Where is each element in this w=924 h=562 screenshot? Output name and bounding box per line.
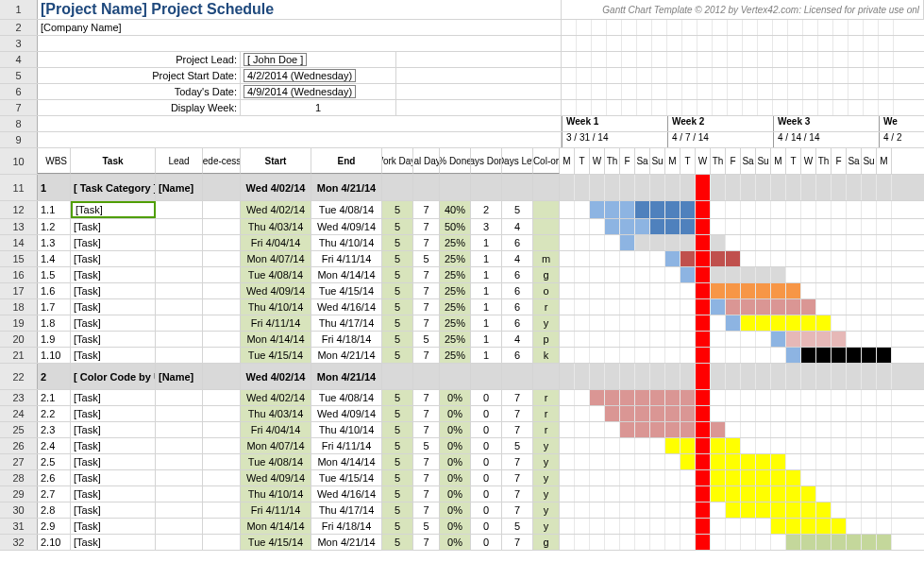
task-caldays[interactable]: 7 [413, 390, 440, 405]
task-daysleft[interactable]: 6 [502, 299, 533, 315]
task-daysleft[interactable]: 6 [502, 283, 533, 298]
task-end[interactable]: Tue 4/15/14 [311, 283, 382, 298]
task-start[interactable]: Thu 4/10/14 [241, 299, 311, 315]
row-number[interactable]: 24 [0, 406, 38, 421]
row-number[interactable]: 26 [0, 438, 38, 453]
task-caldays[interactable]: 7 [413, 486, 440, 502]
task-start[interactable]: Tue 4/08/14 [241, 454, 311, 469]
task-workdays[interactable]: 5 [382, 267, 413, 282]
task-caldays[interactable]: 7 [413, 502, 440, 518]
task-wbs[interactable]: 2.3 [38, 422, 71, 437]
col-dd[interactable]: Days Done [471, 148, 502, 174]
task-color[interactable]: g [533, 535, 560, 550]
task-end[interactable]: Wed 4/16/14 [311, 486, 382, 502]
task-end[interactable]: Mon 4/21/14 [311, 535, 382, 550]
task-pctdone[interactable]: 0% [440, 390, 471, 405]
task-start[interactable]: Mon 4/14/14 [241, 519, 311, 534]
task-wbs[interactable]: 1.9 [38, 332, 71, 347]
row-number[interactable]: 23 [0, 390, 38, 405]
task-color[interactable]: y [533, 470, 560, 485]
task-daysleft[interactable]: 7 [502, 406, 533, 421]
task-caldays[interactable]: 7 [413, 535, 440, 550]
row-number[interactable]: 21 [0, 348, 38, 363]
cat-end[interactable]: Mon 4/21/14 [311, 364, 382, 389]
task-workdays[interactable]: 5 [382, 315, 413, 331]
task-daysleft[interactable]: 7 [502, 470, 533, 485]
task-caldays[interactable]: 5 [413, 519, 440, 534]
row-number[interactable]: 31 [0, 519, 38, 534]
task-workdays[interactable]: 5 [382, 406, 413, 421]
task-workdays[interactable]: 5 [382, 283, 413, 298]
task-name[interactable]: [Task] [71, 406, 156, 421]
row-number[interactable]: 25 [0, 422, 38, 437]
task-start[interactable]: Mon 4/14/14 [241, 332, 311, 347]
row-number[interactable]: 7 [0, 100, 38, 115]
task-end[interactable]: Thu 4/17/14 [311, 502, 382, 518]
task-color[interactable] [533, 219, 560, 234]
task-caldays[interactable]: 7 [413, 201, 440, 218]
task-start[interactable]: Fri 4/11/14 [241, 502, 311, 518]
task-name[interactable]: [Task] [71, 219, 156, 234]
task-pctdone[interactable]: 50% [440, 219, 471, 234]
task-pctdone[interactable]: 25% [440, 267, 471, 282]
task-name[interactable]: [Task] [71, 535, 156, 550]
task-wbs[interactable]: 2.1 [38, 390, 71, 405]
task-pctdone[interactable]: 25% [440, 235, 471, 250]
task-pctdone[interactable]: 25% [440, 332, 471, 347]
task-workdays[interactable]: 5 [382, 299, 413, 315]
task-wbs[interactable]: 2.7 [38, 486, 71, 502]
task-start[interactable]: Thu 4/10/14 [241, 486, 311, 502]
task-daysdone[interactable]: 2 [471, 201, 502, 218]
task-name[interactable]: [Task] [71, 454, 156, 469]
task-workdays[interactable]: 5 [382, 502, 413, 518]
task-color[interactable]: r [533, 390, 560, 405]
task-end[interactable]: Fri 4/18/14 [311, 519, 382, 534]
task-daysdone[interactable]: 0 [471, 390, 502, 405]
task-end[interactable]: Thu 4/17/14 [311, 315, 382, 331]
task-workdays[interactable]: 5 [382, 251, 413, 266]
row-number[interactable]: 15 [0, 251, 38, 266]
task-pctdone[interactable]: 25% [440, 299, 471, 315]
cat-start[interactable]: Wed 4/02/14 [241, 175, 311, 200]
task-pctdone[interactable]: 0% [440, 422, 471, 437]
task-daysdone[interactable]: 0 [471, 438, 502, 453]
task-workdays[interactable]: 5 [382, 332, 413, 347]
row-number[interactable]: 16 [0, 267, 38, 282]
task-name[interactable]: [Task] [71, 267, 156, 282]
company-name[interactable]: [Company Name] [38, 20, 562, 35]
task-color[interactable]: r [533, 299, 560, 315]
task-name[interactable]: [Task] [71, 235, 156, 250]
cat-lead[interactable]: [Name] [156, 175, 203, 200]
task-start[interactable]: Wed 4/02/14 [241, 201, 311, 218]
task-daysdone[interactable]: 1 [471, 251, 502, 266]
task-color[interactable]: y [533, 454, 560, 469]
col-wbs[interactable]: WBS [38, 148, 71, 174]
task-wbs[interactable]: 1.7 [38, 299, 71, 315]
row-number[interactable]: 18 [0, 299, 38, 315]
task-start[interactable]: Tue 4/15/14 [241, 348, 311, 363]
task-daysdone[interactable]: 1 [471, 283, 502, 298]
task-start[interactable]: Wed 4/02/14 [241, 390, 311, 405]
task-start[interactable]: Fri 4/04/14 [241, 422, 311, 437]
task-name[interactable]: [Task] [71, 251, 156, 266]
task-color[interactable]: y [533, 315, 560, 331]
task-wbs[interactable]: 2.5 [38, 454, 71, 469]
task-daysdone[interactable]: 1 [471, 348, 502, 363]
task-daysdone[interactable]: 0 [471, 422, 502, 437]
task-start[interactable]: Fri 4/04/14 [241, 235, 311, 250]
row-number[interactable]: 14 [0, 235, 38, 250]
task-end[interactable]: Fri 4/11/14 [311, 251, 382, 266]
task-wbs[interactable]: 2.4 [38, 438, 71, 453]
row-number[interactable]: 13 [0, 219, 38, 234]
task-name[interactable]: [Task] [71, 422, 156, 437]
task-daysleft[interactable]: 7 [502, 535, 533, 550]
task-name[interactable]: [Task] [71, 438, 156, 453]
task-caldays[interactable]: 7 [413, 235, 440, 250]
task-end[interactable]: Thu 4/10/14 [311, 422, 382, 437]
task-wbs[interactable]: 1.1 [38, 201, 71, 218]
row-number[interactable]: 30 [0, 502, 38, 518]
task-wbs[interactable]: 1.5 [38, 267, 71, 282]
row-number[interactable]: 4 [0, 52, 38, 67]
task-start[interactable]: Wed 4/09/14 [241, 283, 311, 298]
task-daysdone[interactable]: 0 [471, 406, 502, 421]
